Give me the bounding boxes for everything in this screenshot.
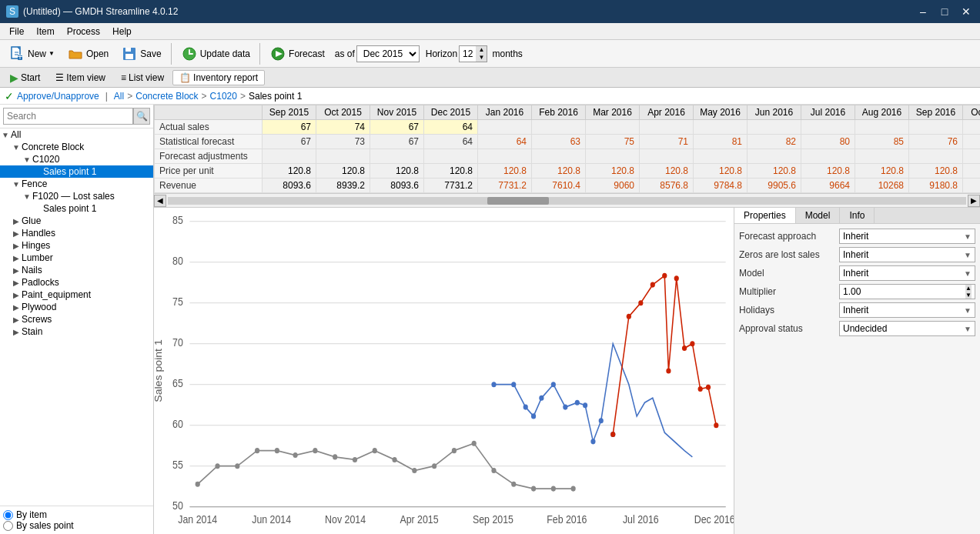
row-label-statistical_forecast: Statistical forecast [155, 135, 263, 149]
open-button[interactable]: Open [62, 42, 114, 65]
maximize-button[interactable]: □ [937, 4, 952, 19]
menu-process[interactable]: Process [61, 25, 106, 38]
new-dropdown-icon[interactable]: ▼ [48, 50, 55, 57]
dropdown-arrow-icon[interactable]: ▼ [964, 325, 972, 333]
new-label: New [28, 48, 46, 59]
tree-item-padlocks[interactable]: ▶Padlocks [0, 276, 153, 289]
prop-row-4: HolidaysInherit▼ [739, 302, 975, 318]
tree-item-lumber[interactable]: ▶Lumber [0, 252, 153, 264]
menu-file[interactable]: File [3, 25, 30, 38]
svg-point-58 [511, 382, 516, 387]
tree-item-hinges[interactable]: ▶Hinges [0, 239, 153, 252]
scroll-left-button[interactable]: ◀ [154, 195, 166, 207]
menu-item[interactable]: Item [30, 25, 60, 38]
tree-expand-icon[interactable]: ▶ [11, 254, 22, 262]
menu-help[interactable]: Help [106, 25, 138, 38]
minimize-button[interactable]: – [915, 4, 931, 19]
horizon-up-button[interactable]: ▲ [476, 46, 487, 54]
inventory-icon: 📋 [179, 72, 191, 83]
save-button[interactable]: Save [115, 42, 166, 65]
table-cell: 76 [909, 135, 963, 149]
tree-item-label: Fence [22, 179, 47, 189]
prop-label: Holidays [739, 305, 839, 315]
scroll-track[interactable] [168, 197, 966, 205]
tree-expand-icon[interactable]: ▶ [11, 279, 22, 287]
tree-item-sales-point-1[interactable]: Sales point 1 [0, 165, 153, 178]
tab-model[interactable]: Model [796, 208, 841, 223]
scroll-thumb[interactable] [487, 197, 549, 205]
tab-info[interactable]: Info [840, 208, 875, 223]
tree-expand-icon[interactable]: ▼ [11, 180, 22, 189]
tree-expand-icon[interactable]: ▶ [11, 291, 22, 299]
table-cell [478, 149, 532, 164]
tree-item-stain[interactable]: ▶Stain [0, 325, 153, 338]
table-cell [694, 120, 748, 135]
tree-expand-icon[interactable]: ▶ [11, 242, 22, 250]
by-item-radio[interactable]: By item [3, 509, 150, 520]
forecast-month-select[interactable]: Dec 2015 [356, 45, 420, 62]
breadcrumb-c1020[interactable]: C1020 [210, 91, 237, 102]
tree-item-nails[interactable]: ▶Nails [0, 264, 153, 276]
update-data-button[interactable]: Update data [176, 42, 256, 65]
tree-expand-icon[interactable]: ▶ [11, 328, 22, 336]
svg-point-64 [575, 400, 580, 406]
tab-properties[interactable]: Properties [734, 208, 796, 223]
svg-point-72 [651, 282, 655, 288]
tree-item-all[interactable]: ▼All [0, 128, 153, 141]
tree-expand-icon[interactable]: ▶ [11, 217, 22, 225]
table-cell [963, 120, 981, 135]
by-sales-point-radio[interactable]: By sales point [3, 520, 150, 531]
dropdown-arrow-icon[interactable]: ▼ [964, 232, 972, 241]
tree-item-glue[interactable]: ▶Glue [0, 215, 153, 227]
svg-point-44 [333, 454, 337, 459]
new-button[interactable]: + New ▼ [3, 42, 60, 65]
svg-point-67 [599, 418, 604, 423]
tree-item-fence[interactable]: ▼Fence [0, 178, 153, 190]
start-button[interactable]: ▶ Start [3, 69, 47, 86]
tree-expand-icon[interactable]: ▼ [22, 155, 32, 164]
table-cell [532, 149, 586, 164]
tree-expand-icon[interactable]: ▶ [11, 315, 22, 324]
tree-expand-icon[interactable]: ▼ [22, 192, 32, 201]
tree-expand-icon[interactable]: ▶ [11, 229, 22, 238]
tree-item-paint-equipment[interactable]: ▶Paint_equipment [0, 289, 153, 301]
prop-value[interactable]: 1.00▲▼ [839, 284, 975, 299]
tree-item-plywood[interactable]: ▶Plywood [0, 301, 153, 313]
table-cell: 71 [640, 135, 694, 149]
svg-text:Nov 2014: Nov 2014 [325, 513, 366, 526]
scroll-right-button[interactable]: ▶ [968, 195, 980, 207]
dropdown-arrow-icon[interactable]: ▼ [964, 306, 972, 315]
breadcrumb-all[interactable]: All [114, 91, 124, 102]
item-view-button[interactable]: ☰ Item view [48, 70, 112, 85]
svg-point-48 [412, 468, 416, 473]
tree-expand-icon[interactable]: ▶ [11, 266, 22, 275]
list-view-button[interactable]: ≡ List view [114, 70, 171, 85]
tree-item-label: Padlocks [22, 277, 59, 288]
tree-item-f1020[interactable]: ▼F1020 — Lost sales [0, 190, 153, 202]
data-table-container[interactable]: Sep 2015 Oct 2015 Nov 2015 Dec 2015 Jan … [154, 105, 980, 194]
search-button[interactable]: 🔍 [133, 108, 150, 125]
horizontal-scrollbar[interactable]: ◀ ▶ [154, 194, 980, 208]
tree-item-c1020[interactable]: ▼C1020 [0, 153, 153, 165]
tree-expand-icon[interactable]: ▶ [11, 303, 22, 312]
svg-text:Sep 2015: Sep 2015 [473, 513, 513, 526]
dropdown-arrow-icon[interactable]: ▼ [964, 269, 972, 278]
horizon-spinner[interactable]: 12 ▲ ▼ [459, 45, 487, 62]
multiplier-up[interactable]: ▲ [965, 285, 972, 292]
multiplier-down[interactable]: ▼ [965, 292, 972, 299]
tree-item-concrete-block[interactable]: ▼Concrete Block [0, 141, 153, 153]
forecast-button[interactable]: Forecast [264, 42, 330, 65]
search-input[interactable] [3, 108, 133, 125]
tree-item-screws[interactable]: ▶Screws [0, 313, 153, 325]
horizon-down-button[interactable]: ▼ [476, 54, 487, 62]
breadcrumb-concrete-block[interactable]: Concrete Block [135, 91, 198, 102]
tree-item-sales-point-1b[interactable]: Sales point 1 [0, 202, 153, 215]
approve-link[interactable]: Approve/Unapprove [17, 91, 99, 102]
tree-expand-icon[interactable]: ▼ [0, 131, 11, 139]
months-label: months [492, 48, 522, 59]
tree-item-handles[interactable]: ▶Handles [0, 227, 153, 239]
inventory-report-button[interactable]: 📋 Inventory report [172, 70, 265, 85]
dropdown-arrow-icon[interactable]: ▼ [964, 251, 972, 259]
tree-expand-icon[interactable]: ▼ [11, 143, 22, 152]
close-button[interactable]: ✕ [958, 4, 974, 19]
